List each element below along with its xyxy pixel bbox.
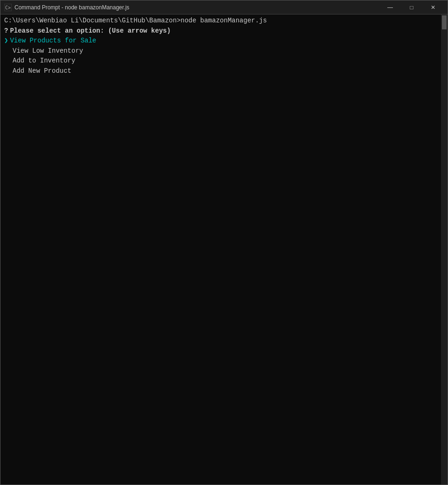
minimize-button[interactable]: — — [379, 0, 401, 14]
title-bar: C> Command Prompt - node bamazonManager.… — [0, 0, 448, 14]
menu-item[interactable]: View Low Inventory — [5, 47, 444, 56]
terminal-body[interactable]: C:\Users\Wenbiao Li\Documents\GitHub\Bam… — [0, 14, 448, 485]
close-button[interactable]: ✕ — [422, 0, 444, 14]
svg-text:C>: C> — [5, 5, 11, 10]
menu-item[interactable]: Add to Inventory — [5, 56, 444, 66]
selection-arrow: ❯ — [4, 36, 8, 46]
terminal-window: C> Command Prompt - node bamazonManager.… — [0, 0, 448, 485]
prompt-line: ? Please select an option: (Use arrow ke… — [4, 27, 444, 36]
selected-menu-item[interactable]: ❯ View Products for Sale — [4, 36, 444, 46]
scrollbar-thumb[interactable] — [442, 15, 447, 29]
scrollbar[interactable] — [441, 14, 448, 485]
title-bar-left: C> Command Prompt - node bamazonManager.… — [4, 4, 129, 11]
command-path: C:\Users\Wenbiao Li\Documents\GitHub\Bam… — [4, 16, 444, 26]
title-bar-controls: — □ ✕ — [379, 0, 444, 14]
menu-item[interactable]: Add New Product — [5, 67, 444, 76]
prompt-symbol: ? — [4, 27, 8, 36]
menu-items-list: View Low InventoryAdd to InventoryAdd Ne… — [4, 47, 444, 77]
selected-item-label: View Products for Sale — [10, 36, 96, 46]
maximize-button[interactable]: □ — [401, 0, 422, 14]
cmd-icon: C> — [4, 4, 12, 11]
prompt-text: Please select an option: (Use arrow keys… — [10, 27, 170, 36]
window-title: Command Prompt - node bamazonManager.js — [14, 4, 129, 11]
